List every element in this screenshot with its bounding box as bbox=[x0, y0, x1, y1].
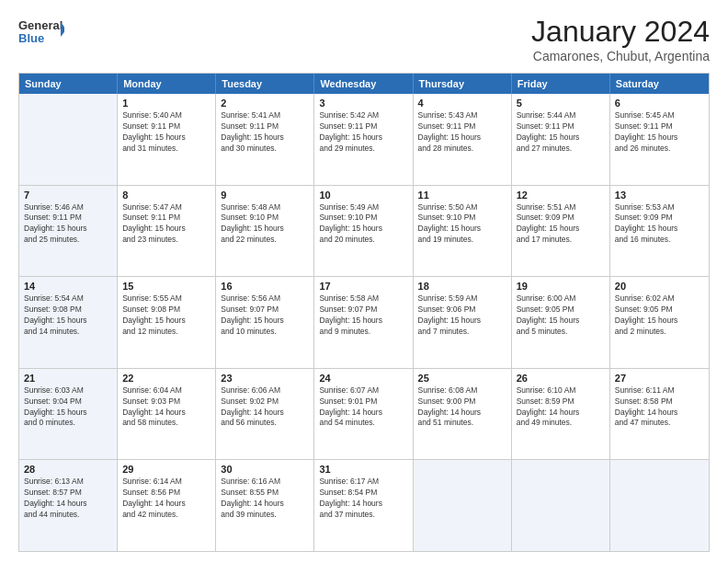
day-number: 16 bbox=[221, 281, 309, 292]
day-number: 4 bbox=[418, 98, 506, 109]
day-header-friday: Friday bbox=[512, 74, 610, 94]
cell-info: Sunrise: 5:48 AM Sunset: 9:10 PM Dayligh… bbox=[221, 202, 309, 247]
day-number: 12 bbox=[517, 190, 605, 201]
cell-info: Sunrise: 5:41 AM Sunset: 9:11 PM Dayligh… bbox=[221, 110, 309, 155]
cell-info: Sunrise: 6:02 AM Sunset: 9:05 PM Dayligh… bbox=[615, 293, 704, 338]
day-number: 11 bbox=[418, 190, 506, 201]
cell-info: Sunrise: 6:14 AM Sunset: 8:56 PM Dayligh… bbox=[122, 477, 210, 521]
cell-info: Sunrise: 5:51 AM Sunset: 9:09 PM Dayligh… bbox=[517, 202, 605, 247]
calendar-cell-0-6: 6Sunrise: 5:45 AM Sunset: 9:11 PM Daylig… bbox=[610, 94, 709, 185]
calendar-header: SundayMondayTuesdayWednesdayThursdayFrid… bbox=[19, 74, 709, 94]
day-number: 31 bbox=[319, 464, 407, 475]
cell-info: Sunrise: 5:40 AM Sunset: 9:11 PM Dayligh… bbox=[122, 110, 210, 155]
day-number: 10 bbox=[319, 190, 407, 201]
day-number: 21 bbox=[24, 373, 112, 384]
day-header-monday: Monday bbox=[118, 74, 216, 94]
day-number: 30 bbox=[221, 464, 309, 475]
location-subtitle: Camarones, Chubut, Argentina bbox=[531, 49, 710, 63]
cell-info: Sunrise: 5:49 AM Sunset: 9:10 PM Dayligh… bbox=[319, 202, 407, 247]
day-number: 1 bbox=[122, 98, 210, 109]
day-number: 2 bbox=[221, 98, 309, 109]
day-number: 3 bbox=[319, 98, 407, 109]
cell-info: Sunrise: 5:58 AM Sunset: 9:07 PM Dayligh… bbox=[319, 293, 407, 338]
calendar-cell-0-2: 2Sunrise: 5:41 AM Sunset: 9:11 PM Daylig… bbox=[216, 94, 314, 185]
cell-info: Sunrise: 5:55 AM Sunset: 9:08 PM Dayligh… bbox=[122, 293, 210, 338]
calendar-row-0: 1Sunrise: 5:40 AM Sunset: 9:11 PM Daylig… bbox=[19, 94, 709, 186]
cell-info: Sunrise: 6:07 AM Sunset: 9:01 PM Dayligh… bbox=[319, 385, 407, 430]
calendar-cell-2-0: 14Sunrise: 5:54 AM Sunset: 9:08 PM Dayli… bbox=[19, 277, 118, 368]
calendar-cell-4-2: 30Sunrise: 6:16 AM Sunset: 8:55 PM Dayli… bbox=[216, 460, 314, 551]
day-number: 26 bbox=[517, 373, 605, 384]
cell-info: Sunrise: 6:03 AM Sunset: 9:04 PM Dayligh… bbox=[24, 385, 112, 430]
calendar-cell-2-6: 20Sunrise: 6:02 AM Sunset: 9:05 PM Dayli… bbox=[610, 277, 709, 368]
cell-info: Sunrise: 5:59 AM Sunset: 9:06 PM Dayligh… bbox=[418, 293, 506, 338]
cell-info: Sunrise: 6:06 AM Sunset: 9:02 PM Dayligh… bbox=[221, 385, 309, 430]
cell-info: Sunrise: 6:00 AM Sunset: 9:05 PM Dayligh… bbox=[517, 293, 605, 338]
calendar-cell-2-5: 19Sunrise: 6:00 AM Sunset: 9:05 PM Dayli… bbox=[512, 277, 610, 368]
svg-text:Blue: Blue bbox=[18, 31, 44, 45]
cell-info: Sunrise: 5:56 AM Sunset: 9:07 PM Dayligh… bbox=[221, 293, 309, 338]
cell-info: Sunrise: 5:53 AM Sunset: 9:09 PM Dayligh… bbox=[615, 202, 704, 247]
calendar-cell-2-1: 15Sunrise: 5:55 AM Sunset: 9:08 PM Dayli… bbox=[118, 277, 216, 368]
cell-info: Sunrise: 6:11 AM Sunset: 8:58 PM Dayligh… bbox=[615, 385, 704, 430]
day-number: 7 bbox=[24, 190, 112, 201]
day-number: 23 bbox=[221, 373, 309, 384]
logo: General Blue bbox=[18, 15, 64, 50]
cell-info: Sunrise: 6:16 AM Sunset: 8:55 PM Dayligh… bbox=[221, 477, 309, 521]
cell-info: Sunrise: 6:08 AM Sunset: 9:00 PM Dayligh… bbox=[418, 385, 506, 430]
calendar-row-2: 14Sunrise: 5:54 AM Sunset: 9:08 PM Dayli… bbox=[19, 277, 709, 369]
calendar-cell-1-5: 12Sunrise: 5:51 AM Sunset: 9:09 PM Dayli… bbox=[512, 186, 610, 277]
day-number: 5 bbox=[517, 98, 605, 109]
calendar-row-3: 21Sunrise: 6:03 AM Sunset: 9:04 PM Dayli… bbox=[19, 369, 709, 461]
svg-text:General: General bbox=[18, 18, 63, 32]
day-number: 19 bbox=[517, 281, 605, 292]
day-number: 6 bbox=[615, 98, 704, 109]
calendar-cell-3-6: 27Sunrise: 6:11 AM Sunset: 8:58 PM Dayli… bbox=[610, 369, 709, 460]
calendar-cell-4-3: 31Sunrise: 6:17 AM Sunset: 8:54 PM Dayli… bbox=[314, 460, 413, 551]
calendar-cell-1-1: 8Sunrise: 5:47 AM Sunset: 9:11 PM Daylig… bbox=[118, 186, 216, 277]
calendar-cell-3-0: 21Sunrise: 6:03 AM Sunset: 9:04 PM Dayli… bbox=[19, 369, 118, 460]
cell-info: Sunrise: 5:47 AM Sunset: 9:11 PM Dayligh… bbox=[122, 202, 210, 247]
calendar-cell-1-2: 9Sunrise: 5:48 AM Sunset: 9:10 PM Daylig… bbox=[216, 186, 314, 277]
day-number: 25 bbox=[418, 373, 506, 384]
cell-info: Sunrise: 6:10 AM Sunset: 8:59 PM Dayligh… bbox=[517, 385, 605, 430]
day-number: 27 bbox=[615, 373, 704, 384]
day-number: 28 bbox=[24, 464, 112, 475]
calendar-row-4: 28Sunrise: 6:13 AM Sunset: 8:57 PM Dayli… bbox=[19, 460, 709, 551]
day-number: 18 bbox=[418, 281, 506, 292]
day-header-wednesday: Wednesday bbox=[314, 74, 413, 94]
calendar-cell-1-0: 7Sunrise: 5:46 AM Sunset: 9:11 PM Daylig… bbox=[19, 186, 118, 277]
cell-info: Sunrise: 6:17 AM Sunset: 8:54 PM Dayligh… bbox=[319, 477, 407, 521]
day-number: 15 bbox=[122, 281, 210, 292]
calendar-cell-4-6 bbox=[610, 460, 709, 551]
cell-info: Sunrise: 5:44 AM Sunset: 9:11 PM Dayligh… bbox=[517, 110, 605, 155]
calendar-cell-4-0: 28Sunrise: 6:13 AM Sunset: 8:57 PM Dayli… bbox=[19, 460, 118, 551]
cell-info: Sunrise: 5:45 AM Sunset: 9:11 PM Dayligh… bbox=[615, 110, 704, 155]
calendar-cell-2-2: 16Sunrise: 5:56 AM Sunset: 9:07 PM Dayli… bbox=[216, 277, 314, 368]
calendar-cell-0-0 bbox=[19, 94, 118, 185]
day-number: 20 bbox=[615, 281, 704, 292]
calendar-cell-0-3: 3Sunrise: 5:42 AM Sunset: 9:11 PM Daylig… bbox=[314, 94, 413, 185]
cell-info: Sunrise: 5:42 AM Sunset: 9:11 PM Dayligh… bbox=[319, 110, 407, 155]
calendar-row-1: 7Sunrise: 5:46 AM Sunset: 9:11 PM Daylig… bbox=[19, 186, 709, 278]
day-header-tuesday: Tuesday bbox=[216, 74, 314, 94]
calendar-body: 1Sunrise: 5:40 AM Sunset: 9:11 PM Daylig… bbox=[19, 94, 709, 551]
day-header-thursday: Thursday bbox=[414, 74, 512, 94]
day-header-sunday: Sunday bbox=[19, 74, 118, 94]
calendar: SundayMondayTuesdayWednesdayThursdayFrid… bbox=[18, 73, 710, 552]
cell-info: Sunrise: 6:04 AM Sunset: 9:03 PM Dayligh… bbox=[122, 385, 210, 430]
calendar-cell-0-4: 4Sunrise: 5:43 AM Sunset: 9:11 PM Daylig… bbox=[414, 94, 512, 185]
cell-info: Sunrise: 5:50 AM Sunset: 9:10 PM Dayligh… bbox=[418, 202, 506, 247]
calendar-cell-1-6: 13Sunrise: 5:53 AM Sunset: 9:09 PM Dayli… bbox=[610, 186, 709, 277]
calendar-cell-4-5 bbox=[512, 460, 610, 551]
day-number: 24 bbox=[319, 373, 407, 384]
cell-info: Sunrise: 6:13 AM Sunset: 8:57 PM Dayligh… bbox=[24, 477, 112, 521]
calendar-cell-2-4: 18Sunrise: 5:59 AM Sunset: 9:06 PM Dayli… bbox=[414, 277, 512, 368]
calendar-cell-3-5: 26Sunrise: 6:10 AM Sunset: 8:59 PM Dayli… bbox=[512, 369, 610, 460]
calendar-cell-0-1: 1Sunrise: 5:40 AM Sunset: 9:11 PM Daylig… bbox=[118, 94, 216, 185]
month-title: January 2024 bbox=[531, 15, 710, 49]
day-number: 8 bbox=[122, 190, 210, 201]
calendar-cell-4-1: 29Sunrise: 6:14 AM Sunset: 8:56 PM Dayli… bbox=[118, 460, 216, 551]
day-number: 14 bbox=[24, 281, 112, 292]
calendar-cell-2-3: 17Sunrise: 5:58 AM Sunset: 9:07 PM Dayli… bbox=[314, 277, 413, 368]
